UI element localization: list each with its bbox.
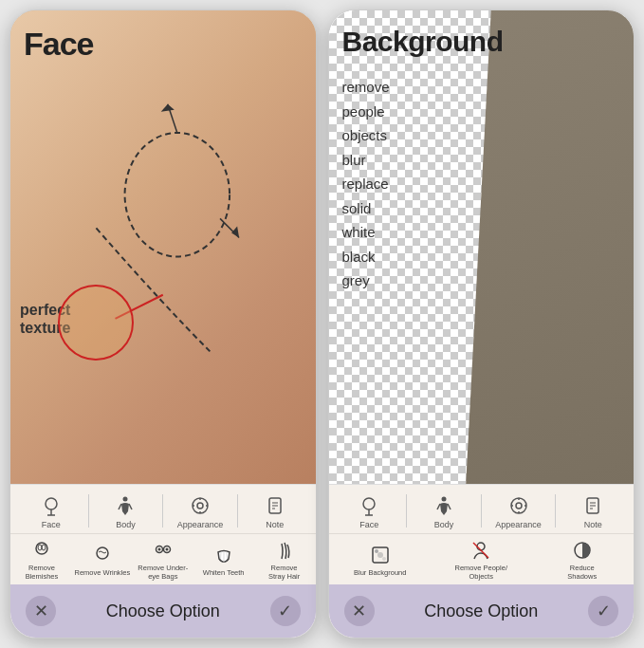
- right-tab-row: Face Body Appearance Note: [329, 485, 635, 534]
- right-face-tab-icon: [356, 492, 382, 519]
- right-screen-title: Background: [342, 26, 504, 58]
- left-screen-title: Face: [24, 26, 94, 63]
- left-screen-content: Face perfecttexture: [10, 10, 316, 484]
- left-phone: Face perfecttexture Face Body: [9, 9, 317, 639]
- option-white[interactable]: white: [342, 220, 390, 245]
- left-choose-option-bar: ✕ Choose Option ✓: [10, 584, 316, 638]
- svg-line-35: [437, 504, 440, 509]
- appearance-tab-label: Appearance: [177, 520, 224, 529]
- svg-point-32: [363, 498, 375, 509]
- tab-note-right[interactable]: Note: [556, 491, 630, 531]
- person-background: [466, 10, 634, 484]
- svg-point-11: [193, 498, 208, 513]
- sub-tool-remove-people[interactable]: Remove People/Objects: [432, 540, 531, 581]
- left-confirm-button[interactable]: ✓: [270, 596, 301, 626]
- svg-line-36: [448, 504, 451, 509]
- right-choose-option-bar: ✕ Choose Option ✓: [329, 584, 635, 638]
- right-appearance-tab-icon: [506, 492, 532, 519]
- right-screen-content: Background remove people objects blur re…: [329, 10, 635, 484]
- svg-point-12: [197, 503, 203, 509]
- svg-line-10: [129, 504, 132, 509]
- tab-appearance-left[interactable]: Appearance: [163, 491, 237, 531]
- right-confirm-button[interactable]: ✓: [588, 596, 618, 626]
- option-grey[interactable]: grey: [342, 268, 390, 293]
- tab-body-right[interactable]: Body: [407, 491, 481, 531]
- tab-body-left[interactable]: Body: [89, 491, 163, 531]
- svg-point-38: [516, 503, 522, 509]
- svg-point-8: [123, 497, 128, 502]
- right-face-tab-label: Face: [359, 520, 378, 529]
- left-tab-row: Face Body Appearance Note: [10, 485, 316, 534]
- option-replace[interactable]: replace: [342, 172, 390, 196]
- svg-line-31: [227, 552, 228, 559]
- sub-tool-eye-bags[interactable]: Remove Under-eye Bags: [134, 540, 193, 581]
- svg-line-30: [220, 552, 221, 559]
- red-circle-annotation: [58, 285, 134, 361]
- face-tab-label: Face: [42, 520, 61, 529]
- right-cancel-button[interactable]: ✕: [344, 596, 375, 626]
- right-note-tab-label: Note: [584, 520, 602, 529]
- svg-point-27: [157, 548, 160, 551]
- option-remove[interactable]: remove: [342, 75, 390, 100]
- face-background: [10, 10, 316, 484]
- option-objects[interactable]: objects: [342, 123, 390, 148]
- face-tab-icon: [38, 492, 64, 519]
- svg-point-37: [511, 498, 526, 513]
- svg-point-49: [377, 552, 383, 558]
- background-options-list: remove people objects blur replace solid…: [342, 75, 390, 293]
- svg-point-51: [477, 543, 485, 550]
- left-sub-tools-row: RemoveBlemishes Remove Wrinkles Remove U…: [10, 534, 316, 584]
- note-tab-label: Note: [266, 520, 284, 529]
- appearance-tab-icon: [187, 492, 213, 519]
- right-body-tab-label: Body: [434, 520, 454, 529]
- note-tab-icon: [262, 492, 288, 519]
- left-choose-option-text[interactable]: Choose Option: [56, 602, 270, 621]
- right-body-tab-icon: [431, 492, 457, 519]
- body-tab-label: Body: [116, 520, 136, 529]
- tab-note-left[interactable]: Note: [238, 491, 312, 531]
- right-sub-tools-row: Blur Background Remove People/Objects Re…: [329, 534, 635, 584]
- svg-point-6: [46, 498, 57, 509]
- sub-tool-reduce-shadows[interactable]: ReduceShadows: [533, 540, 633, 581]
- right-appearance-tab-label: Appearance: [495, 520, 542, 529]
- option-blur[interactable]: blur: [342, 148, 390, 173]
- tab-face-left[interactable]: Face: [14, 491, 88, 531]
- tab-face-right[interactable]: Face: [333, 491, 407, 531]
- right-phone: Background remove people objects blur re…: [328, 9, 635, 639]
- left-bottom-toolbar: Face Body Appearance Note: [10, 484, 316, 638]
- svg-point-34: [441, 497, 446, 502]
- option-people[interactable]: people: [342, 100, 390, 124]
- sub-tool-blur-bg[interactable]: Blur Background: [331, 540, 431, 581]
- sub-tool-wrinkles[interactable]: Remove Wrinkles: [73, 540, 132, 581]
- left-cancel-button[interactable]: ✕: [26, 596, 56, 626]
- sub-tool-stray-hair[interactable]: RemoveStray Hair: [255, 540, 314, 581]
- right-note-tab-icon: [580, 492, 606, 519]
- svg-point-24: [97, 547, 108, 559]
- sub-tool-blemishes[interactable]: RemoveBlemishes: [12, 540, 71, 581]
- option-solid[interactable]: solid: [342, 196, 390, 221]
- svg-line-9: [119, 504, 121, 509]
- svg-point-48: [375, 549, 378, 553]
- sub-tool-teeth[interactable]: Whiten Teeth: [194, 540, 253, 581]
- tab-appearance-right[interactable]: Appearance: [482, 491, 556, 531]
- svg-point-23: [42, 545, 46, 550]
- svg-point-22: [38, 545, 42, 550]
- svg-point-50: [382, 557, 386, 561]
- svg-point-28: [165, 548, 168, 551]
- right-choose-option-text[interactable]: Choose Option: [375, 602, 589, 621]
- option-black[interactable]: black: [342, 245, 390, 269]
- right-bottom-toolbar: Face Body Appearance Note: [329, 484, 635, 638]
- body-tab-icon: [112, 492, 138, 519]
